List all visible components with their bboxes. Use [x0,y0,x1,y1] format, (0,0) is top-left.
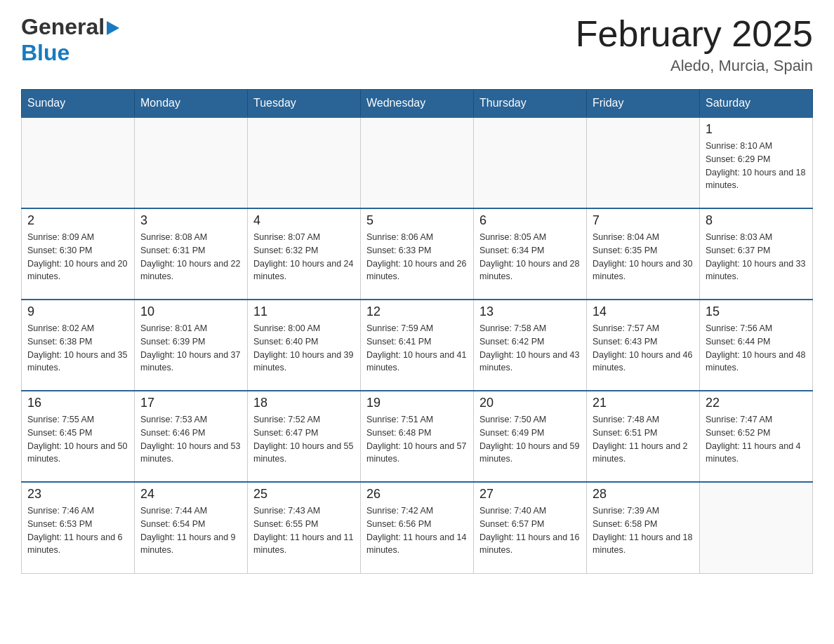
day-number: 11 [253,304,355,319]
calendar-day-cell: 13Sunrise: 7:58 AM Sunset: 6:42 PM Dayli… [474,300,587,391]
day-info: Sunrise: 8:02 AM Sunset: 6:38 PM Dayligh… [27,322,128,375]
calendar-day-cell [587,117,700,208]
day-number: 24 [140,487,241,502]
calendar-day-cell: 15Sunrise: 7:56 AM Sunset: 6:44 PM Dayli… [700,300,813,391]
day-number: 25 [253,487,355,502]
calendar-day-cell: 27Sunrise: 7:40 AM Sunset: 6:57 PM Dayli… [474,482,587,573]
calendar-day-cell: 4Sunrise: 8:07 AM Sunset: 6:32 PM Daylig… [248,208,361,300]
calendar-day-cell [474,117,587,208]
month-title: February 2025 [576,14,813,54]
day-number: 3 [140,213,241,228]
day-number: 5 [366,213,468,228]
day-info: Sunrise: 7:48 AM Sunset: 6:51 PM Dayligh… [593,413,694,466]
calendar-day-cell: 7Sunrise: 8:04 AM Sunset: 6:35 PM Daylig… [587,208,700,300]
day-info: Sunrise: 8:03 AM Sunset: 6:37 PM Dayligh… [706,231,807,283]
calendar-day-cell: 20Sunrise: 7:50 AM Sunset: 6:49 PM Dayli… [474,391,587,482]
svg-marker-0 [107,21,119,35]
day-number: 9 [27,304,128,319]
day-number: 1 [706,122,807,137]
day-info: Sunrise: 7:40 AM Sunset: 6:57 PM Dayligh… [479,504,581,557]
day-number: 13 [479,304,581,319]
day-number: 16 [27,396,128,410]
col-monday: Monday [135,90,248,118]
day-info: Sunrise: 8:10 AM Sunset: 6:29 PM Dayligh… [706,140,807,192]
calendar-day-cell [22,117,135,208]
calendar-day-cell [135,117,248,208]
day-info: Sunrise: 7:44 AM Sunset: 6:54 PM Dayligh… [140,504,241,557]
calendar-day-cell: 12Sunrise: 7:59 AM Sunset: 6:41 PM Dayli… [361,300,474,391]
calendar-day-cell: 2Sunrise: 8:09 AM Sunset: 6:30 PM Daylig… [22,208,135,300]
day-info: Sunrise: 7:39 AM Sunset: 6:58 PM Dayligh… [593,504,694,557]
calendar-day-cell: 10Sunrise: 8:01 AM Sunset: 6:39 PM Dayli… [135,300,248,391]
location-label: Aledo, Murcia, Spain [576,57,813,75]
calendar-header-row: Sunday Monday Tuesday Wednesday Thursday… [22,90,813,118]
calendar-day-cell: 19Sunrise: 7:51 AM Sunset: 6:48 PM Dayli… [361,391,474,482]
day-info: Sunrise: 7:56 AM Sunset: 6:44 PM Dayligh… [706,322,807,375]
day-info: Sunrise: 7:47 AM Sunset: 6:52 PM Dayligh… [706,413,807,466]
day-info: Sunrise: 8:09 AM Sunset: 6:30 PM Dayligh… [27,231,128,283]
calendar-day-cell: 16Sunrise: 7:55 AM Sunset: 6:45 PM Dayli… [22,391,135,482]
day-info: Sunrise: 7:58 AM Sunset: 6:42 PM Dayligh… [479,322,581,375]
day-number: 22 [706,396,807,410]
calendar-week-row: 23Sunrise: 7:46 AM Sunset: 6:53 PM Dayli… [22,482,813,573]
day-number: 21 [593,396,694,410]
col-wednesday: Wednesday [361,90,474,118]
calendar-day-cell: 1Sunrise: 8:10 AM Sunset: 6:29 PM Daylig… [700,117,813,208]
day-info: Sunrise: 7:42 AM Sunset: 6:56 PM Dayligh… [366,504,468,557]
calendar-day-cell: 3Sunrise: 8:08 AM Sunset: 6:31 PM Daylig… [135,208,248,300]
day-info: Sunrise: 7:59 AM Sunset: 6:41 PM Dayligh… [366,322,468,375]
logo-arrow-icon [107,21,119,38]
day-info: Sunrise: 7:57 AM Sunset: 6:43 PM Dayligh… [593,322,694,375]
calendar-day-cell [700,482,813,573]
calendar-day-cell: 18Sunrise: 7:52 AM Sunset: 6:47 PM Dayli… [248,391,361,482]
day-info: Sunrise: 8:07 AM Sunset: 6:32 PM Dayligh… [253,231,355,283]
day-number: 6 [479,213,581,228]
col-sunday: Sunday [22,90,135,118]
day-info: Sunrise: 7:50 AM Sunset: 6:49 PM Dayligh… [479,413,581,466]
day-number: 4 [253,213,355,228]
day-info: Sunrise: 7:53 AM Sunset: 6:46 PM Dayligh… [140,413,241,466]
day-number: 15 [706,304,807,319]
calendar-day-cell: 23Sunrise: 7:46 AM Sunset: 6:53 PM Dayli… [22,482,135,573]
calendar-day-cell: 5Sunrise: 8:06 AM Sunset: 6:33 PM Daylig… [361,208,474,300]
calendar-day-cell: 26Sunrise: 7:42 AM Sunset: 6:56 PM Dayli… [361,482,474,573]
day-info: Sunrise: 8:00 AM Sunset: 6:40 PM Dayligh… [253,322,355,375]
calendar-day-cell: 6Sunrise: 8:05 AM Sunset: 6:34 PM Daylig… [474,208,587,300]
day-number: 12 [366,304,468,319]
day-info: Sunrise: 7:52 AM Sunset: 6:47 PM Dayligh… [253,413,355,466]
calendar-day-cell: 14Sunrise: 7:57 AM Sunset: 6:43 PM Dayli… [587,300,700,391]
day-number: 20 [479,396,581,410]
day-number: 19 [366,396,468,410]
calendar-table: Sunday Monday Tuesday Wednesday Thursday… [21,89,813,574]
day-number: 8 [706,213,807,228]
day-info: Sunrise: 7:55 AM Sunset: 6:45 PM Dayligh… [27,413,128,466]
day-info: Sunrise: 8:05 AM Sunset: 6:34 PM Dayligh… [479,231,581,283]
day-info: Sunrise: 7:43 AM Sunset: 6:55 PM Dayligh… [253,504,355,557]
day-number: 27 [479,487,581,502]
calendar-day-cell: 21Sunrise: 7:48 AM Sunset: 6:51 PM Dayli… [587,391,700,482]
calendar-day-cell: 17Sunrise: 7:53 AM Sunset: 6:46 PM Dayli… [135,391,248,482]
day-info: Sunrise: 8:04 AM Sunset: 6:35 PM Dayligh… [593,231,694,283]
day-number: 18 [253,396,355,410]
day-info: Sunrise: 8:06 AM Sunset: 6:33 PM Dayligh… [366,231,468,283]
col-tuesday: Tuesday [248,90,361,118]
day-number: 23 [27,487,128,502]
logo: General Blue [21,14,119,66]
calendar-day-cell [361,117,474,208]
calendar-day-cell: 24Sunrise: 7:44 AM Sunset: 6:54 PM Dayli… [135,482,248,573]
calendar-week-row: 9Sunrise: 8:02 AM Sunset: 6:38 PM Daylig… [22,300,813,391]
calendar-week-row: 2Sunrise: 8:09 AM Sunset: 6:30 PM Daylig… [22,208,813,300]
col-thursday: Thursday [474,90,587,118]
day-number: 2 [27,213,128,228]
calendar-day-cell: 22Sunrise: 7:47 AM Sunset: 6:52 PM Dayli… [700,391,813,482]
calendar-day-cell: 28Sunrise: 7:39 AM Sunset: 6:58 PM Dayli… [587,482,700,573]
day-info: Sunrise: 7:46 AM Sunset: 6:53 PM Dayligh… [27,504,128,557]
title-section: February 2025 Aledo, Murcia, Spain [576,14,813,75]
day-number: 7 [593,213,694,228]
calendar-week-row: 16Sunrise: 7:55 AM Sunset: 6:45 PM Dayli… [22,391,813,482]
day-number: 28 [593,487,694,502]
day-number: 17 [140,396,241,410]
calendar-day-cell: 25Sunrise: 7:43 AM Sunset: 6:55 PM Dayli… [248,482,361,573]
page-header: General Blue February 2025 Aledo, Murcia… [21,14,813,75]
day-info: Sunrise: 8:08 AM Sunset: 6:31 PM Dayligh… [140,231,241,283]
